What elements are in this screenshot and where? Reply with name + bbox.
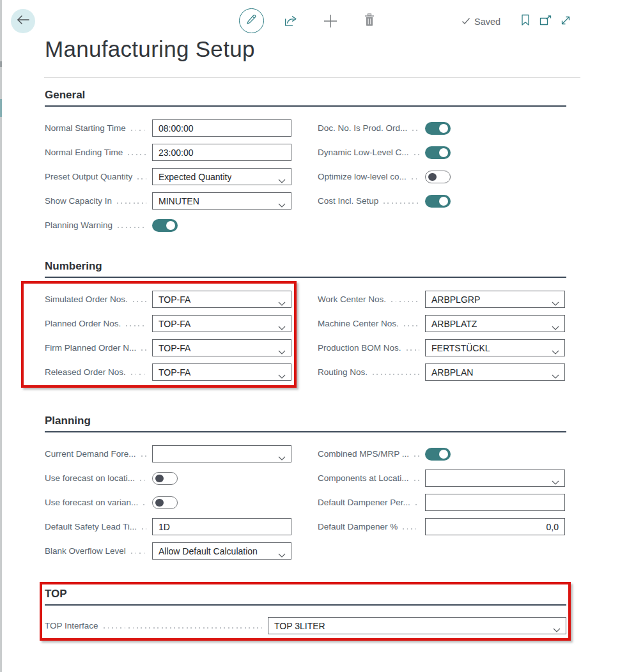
toggle-knob bbox=[166, 221, 175, 230]
planned-order-nos-select[interactable]: TOP-FA bbox=[152, 315, 291, 332]
field-value: MINUTEN bbox=[159, 196, 199, 206]
field-label: Machine Center Nos. bbox=[318, 319, 399, 328]
toggle-knob bbox=[439, 148, 448, 157]
section-title-top[interactable]: TOP bbox=[45, 587, 566, 606]
arrow-left-icon bbox=[17, 15, 29, 27]
field-label: Cost Incl. Setup bbox=[318, 196, 378, 206]
field-label: Default Safety Lead Ti... bbox=[45, 522, 137, 531]
chevron-down-icon bbox=[278, 175, 286, 185]
production-bom-nos-select[interactable]: FERTSTÜCKL bbox=[425, 339, 565, 356]
field-use-forecast-on-locations: Use forecast on locati... bbox=[45, 470, 291, 487]
dotted-leader bbox=[141, 349, 146, 351]
optimize-low-level-toggle[interactable] bbox=[425, 171, 451, 183]
field-label: Use forecast on varian... bbox=[45, 498, 138, 507]
dotted-leader bbox=[118, 227, 146, 228]
dotted-leader bbox=[117, 202, 146, 204]
preset-output-quantity-select[interactable]: Expected Quantity bbox=[152, 168, 291, 185]
field-default-safety-lead-time: Default Safety Lead Ti... 1D bbox=[45, 518, 291, 535]
field-label: Blank Overflow Level bbox=[45, 546, 126, 556]
field-value: FERTSTÜCKL bbox=[431, 343, 490, 353]
field-show-capacity-in: Show Capacity In MINUTEN bbox=[45, 192, 291, 210]
checkmark-icon bbox=[461, 17, 470, 27]
use-forecast-on-locations-toggle[interactable] bbox=[152, 472, 178, 485]
field-label: Released Order Nos. bbox=[45, 367, 126, 377]
machine-center-nos-select[interactable]: ARBPLATZ bbox=[425, 315, 565, 332]
top-interface-select[interactable]: TOP 3LITER bbox=[268, 617, 566, 634]
default-safety-lead-time-input[interactable]: 1D bbox=[152, 518, 291, 535]
field-simulated-order-nos: Simulated Order Nos. TOP-FA bbox=[45, 291, 291, 308]
dotted-leader bbox=[137, 178, 146, 179]
field-value: 1D bbox=[159, 522, 170, 532]
toggle-knob bbox=[428, 173, 437, 181]
field-cost-incl-setup: Cost Incl. Setup bbox=[318, 192, 565, 210]
section-title-numbering[interactable]: Numbering bbox=[45, 259, 566, 278]
field-components-at-location: Components at Locati... bbox=[318, 470, 565, 487]
field-value: Expected Quantity bbox=[159, 172, 231, 182]
field-value: TOP-FA bbox=[159, 294, 190, 305]
default-dampener-period-input[interactable] bbox=[425, 494, 565, 511]
section-title-planning[interactable]: Planning bbox=[45, 414, 566, 432]
dotted-leader bbox=[131, 374, 146, 375]
bookmark-button[interactable] bbox=[521, 14, 530, 29]
field-label: Work Center Nos. bbox=[318, 294, 386, 304]
dotted-leader bbox=[407, 349, 419, 351]
work-center-nos-select[interactable]: ARBPLGRP bbox=[425, 291, 565, 308]
dotted-leader bbox=[131, 130, 146, 131]
field-label: Simulated Order Nos. bbox=[45, 294, 128, 304]
dotted-leader bbox=[414, 480, 419, 481]
normal-starting-time-input[interactable]: 08:00:00 bbox=[152, 119, 291, 137]
chevron-down-icon bbox=[278, 298, 286, 308]
field-value: ARBPLATZ bbox=[431, 319, 477, 329]
field-blank-overflow-level: Blank Overflow Level Allow Default Calcu… bbox=[45, 542, 291, 560]
chevron-down-icon bbox=[552, 322, 559, 332]
combined-mps-mrp-toggle[interactable] bbox=[425, 448, 451, 461]
add-button[interactable] bbox=[323, 14, 337, 31]
field-value: 0,0 bbox=[431, 522, 559, 532]
field-label: Components at Locati... bbox=[318, 473, 409, 483]
show-capacity-in-select[interactable]: MINUTEN bbox=[152, 192, 291, 210]
dotted-leader bbox=[104, 627, 262, 629]
field-value: TOP 3LITER bbox=[274, 621, 325, 631]
routing-nos-select[interactable]: ARBPLAN bbox=[425, 363, 565, 381]
bookmark-icon bbox=[521, 14, 530, 29]
delete-button[interactable] bbox=[364, 13, 375, 29]
toggle-knob bbox=[439, 197, 448, 206]
dotted-leader bbox=[404, 325, 419, 326]
planning-warning-toggle[interactable] bbox=[152, 219, 178, 232]
section-title-general[interactable]: General bbox=[45, 88, 566, 107]
chevron-down-icon bbox=[278, 199, 286, 210]
default-dampener-pct-input[interactable]: 0,0 bbox=[425, 518, 565, 535]
released-order-nos-select[interactable]: TOP-FA bbox=[152, 363, 291, 381]
current-demand-forecast-select[interactable] bbox=[152, 445, 291, 462]
field-firm-planned-order-nos: Firm Planned Order N... TOP-FA bbox=[45, 339, 291, 356]
saved-label: Saved bbox=[474, 17, 500, 27]
dynamic-low-level-toggle[interactable] bbox=[425, 146, 451, 159]
edit-button[interactable] bbox=[239, 8, 264, 33]
doc-no-is-prod-ord-toggle[interactable] bbox=[425, 122, 451, 135]
cost-incl-setup-toggle[interactable] bbox=[425, 195, 451, 208]
simulated-order-nos-select[interactable]: TOP-FA bbox=[152, 291, 291, 308]
field-label: Default Dampener % bbox=[318, 522, 398, 531]
field-label: Normal Starting Time bbox=[45, 123, 126, 133]
field-label: TOP Interface bbox=[45, 621, 98, 630]
components-at-location-select[interactable] bbox=[425, 470, 565, 487]
expand-button[interactable] bbox=[560, 15, 571, 29]
open-in-window-button[interactable] bbox=[539, 15, 552, 28]
field-label: Planned Order Nos. bbox=[45, 319, 121, 328]
header-divider bbox=[44, 77, 580, 78]
back-button[interactable] bbox=[11, 9, 35, 33]
field-top-interface: TOP Interface TOP 3LITER bbox=[45, 617, 566, 634]
chevron-down-icon bbox=[552, 477, 559, 487]
firm-planned-order-nos-select[interactable]: TOP-FA bbox=[152, 339, 291, 356]
blank-overflow-level-select[interactable]: Allow Default Calculation bbox=[152, 542, 291, 560]
share-button[interactable] bbox=[284, 14, 298, 29]
field-value: TOP-FA bbox=[159, 343, 190, 353]
chevron-down-icon bbox=[278, 322, 286, 332]
normal-ending-time-input[interactable]: 23:00:00 bbox=[152, 144, 291, 161]
use-forecast-on-variants-toggle[interactable] bbox=[152, 496, 178, 509]
dotted-leader bbox=[403, 528, 419, 530]
field-normal-ending-time: Normal Ending Time 23:00:00 bbox=[45, 144, 291, 161]
field-value: TOP-FA bbox=[159, 367, 190, 378]
dotted-leader bbox=[384, 202, 419, 204]
chevron-down-icon bbox=[552, 298, 559, 308]
